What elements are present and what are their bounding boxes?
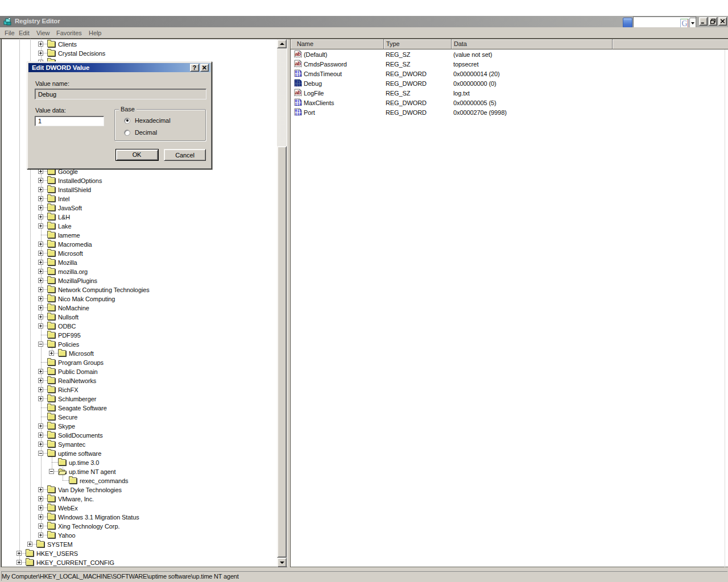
svg-text:ab: ab bbox=[295, 60, 301, 66]
svg-text:ab: ab bbox=[295, 51, 301, 57]
svg-text:ab: ab bbox=[295, 89, 301, 95]
svg-text:110: 110 bbox=[295, 102, 301, 106]
svg-text:110: 110 bbox=[295, 112, 301, 116]
svg-text:110: 110 bbox=[295, 83, 301, 87]
svg-text:110: 110 bbox=[295, 73, 301, 77]
